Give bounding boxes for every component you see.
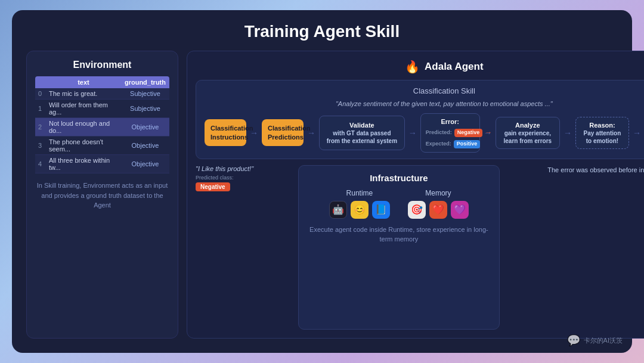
predicted-label: Predicted: (426, 129, 452, 136)
reason-title: Reason: (581, 121, 624, 129)
page-title: Training Agent Skill (26, 22, 618, 41)
arrow-5: → (564, 128, 572, 138)
negative-badge: Negative (454, 129, 483, 137)
flow-row: ClassificationInstructions → Classificat… (205, 113, 644, 153)
classification-instructions-box: ClassificationInstructions (205, 119, 246, 146)
infra-row: Runtime 🤖 😊 📘 Memory 🎯 ❤️ (306, 189, 492, 219)
infrastructure-panel: Infrastructure Runtime 🤖 😊 📘 Memory (298, 165, 500, 330)
positive-badge: Positive (454, 140, 481, 148)
error-obs-text: The error was observed before in the con… (547, 165, 644, 175)
badge-row: Predicted: Negative → (426, 128, 475, 138)
arrow-6: → (633, 128, 641, 138)
prediction-bubble-col: "I Like this product!" Predicted class: … (196, 165, 291, 330)
error-box: Error: Predicted: Negative → Expected: P… (420, 113, 480, 153)
arrow-3: → (408, 128, 417, 138)
table-row: 0 The mic is great. Subjective (35, 88, 169, 100)
meta-icon: 📘 (372, 201, 390, 219)
mem3-icon: 💜 (451, 201, 469, 219)
analyze-box: Analyze gain experience, learn from erro… (496, 117, 560, 149)
infra-title: Infrastructure (306, 173, 492, 183)
table-row: 1 Will order from them ag... Subjective (35, 100, 169, 118)
agent-title: Adala Agent (425, 61, 484, 73)
validate-box: Validate with GT data passed from the ex… (319, 116, 405, 150)
infra-note: Execute agent code inside Runtime, store… (306, 225, 492, 244)
table-row: 2 Not loud enough and do... Objective (35, 118, 169, 136)
arrow-1: → (250, 128, 258, 138)
environment-table: text ground_truth 0 The mic is great. Su… (35, 76, 169, 173)
watermark-text: 卡尔的AI沃茨 (584, 336, 623, 345)
runtime-title: Runtime (329, 189, 390, 197)
reason-box: Reason: Pay attention to emotion! (575, 117, 629, 149)
memory-icons: 🎯 ❤️ 💜 (408, 201, 469, 219)
col-header-id (35, 76, 46, 88)
expected-row: Expected: Positive (426, 140, 475, 148)
classification-predictions-box: ClassificationPredictions (262, 119, 304, 146)
environment-title: Environment (35, 60, 169, 70)
watermark: 💬 卡尔的AI沃茨 (567, 334, 623, 347)
col-header-text: text (46, 76, 121, 88)
expected-label: Expected: (426, 141, 451, 148)
bottom-row: "I Like this product!" Predicted class: … (196, 165, 644, 330)
content-row: Environment text ground_truth 0 The mic … (26, 51, 618, 339)
skill-title: Classification Skill (205, 86, 644, 95)
smiley-icon: 😊 (351, 201, 369, 219)
table-row: 4 All three broke within tw... Objective (35, 155, 169, 173)
reason-subtitle: Pay attention to emotion! (581, 129, 624, 145)
analyze-subtitle: gain experience, learn from errors (501, 129, 555, 145)
agent-panel: 🔥 Adala Agent Classification Skill "Anal… (187, 51, 644, 339)
agent-icon: 🔥 (405, 60, 420, 74)
arrow-2: → (307, 128, 315, 138)
prediction-quote: "I Like this product!" (196, 165, 253, 172)
memory-group: Memory 🎯 ❤️ 💜 (408, 189, 469, 219)
environment-panel: Environment text ground_truth 0 The mic … (26, 51, 178, 339)
error-obs-col: The error was observed before in the con… (507, 165, 644, 330)
pred-badge: Negative (196, 182, 230, 191)
mem1-icon: 🎯 (408, 201, 426, 219)
runtime-group: Runtime 🤖 😊 📘 (329, 189, 390, 219)
col-header-ground-truth: ground_truth (121, 76, 169, 88)
error-title: Error: (426, 117, 475, 126)
table-row: 3 The phone doesn't seem... Objective (35, 136, 169, 155)
arrow-4: → (484, 128, 492, 138)
runtime-icons: 🤖 😊 📘 (329, 201, 390, 219)
analyze-quote: "Analyze sentiment of the given text, pa… (205, 100, 644, 107)
validate-subtitle: with GT data passed from the external sy… (326, 129, 398, 145)
watermark-icon: 💬 (567, 334, 580, 347)
skill-box: Classification Skill "Analyze sentiment … (196, 80, 644, 159)
agent-header: 🔥 Adala Agent (196, 60, 644, 74)
main-card: Training Agent Skill Environment text gr… (12, 10, 632, 353)
analyze-title: Analyze (501, 121, 555, 129)
mem2-icon: ❤️ (429, 201, 447, 219)
validate-title: Validate (326, 121, 398, 129)
environment-note: In Skill training, Environment acts as a… (35, 181, 169, 210)
pred-label: Predicted class: (196, 175, 234, 181)
openai-icon: 🤖 (329, 201, 347, 219)
memory-title: Memory (408, 189, 469, 197)
